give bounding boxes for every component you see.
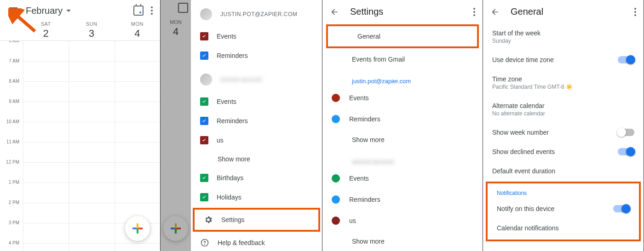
calendar-toggle-reminders[interactable]: Reminders <box>191 111 322 131</box>
hour-label: 12 PM <box>0 160 23 180</box>
calendar-toggle-events[interactable]: Events <box>191 92 322 111</box>
hour-label: 11 AM <box>0 139 23 160</box>
hour-cell[interactable] <box>115 143 160 162</box>
navigation-drawer: JUSTIN.POT@ZAPIER.COM Events Reminders s… <box>191 0 322 251</box>
hour-cell[interactable] <box>115 41 160 61</box>
checkbox-icon <box>200 193 208 201</box>
hour-row: 6 AM <box>0 41 160 61</box>
settings-button[interactable]: Settings <box>193 208 320 232</box>
settings-general[interactable]: General <box>328 26 477 46</box>
back-arrow-icon[interactable] <box>490 7 500 17</box>
checkbox-icon <box>200 136 208 144</box>
hour-cell[interactable] <box>23 122 69 142</box>
hour-cell[interactable] <box>69 62 114 81</box>
menu-icon[interactable] <box>9 5 20 16</box>
month-label: February <box>26 6 63 16</box>
calendar-toggle-birthdays[interactable]: Birthdays <box>191 168 322 188</box>
today-icon[interactable] <box>133 6 144 16</box>
hour-cell[interactable] <box>69 82 114 102</box>
checkbox-icon <box>200 174 208 182</box>
hour-cell[interactable] <box>115 122 160 142</box>
help-feedback-button[interactable]: Help & feedback <box>191 233 322 251</box>
toggle-switch[interactable] <box>618 148 634 155</box>
alternate-calendar-row[interactable]: Alternate calendar No alternate calendar <box>483 96 644 123</box>
hour-cell[interactable] <box>23 244 69 251</box>
account-header: second account <box>191 65 322 92</box>
calendar-notifications-row[interactable]: Calendar notifications <box>488 218 639 238</box>
general-title: General <box>511 6 543 17</box>
hour-cell[interactable] <box>23 183 69 203</box>
checkbox-icon <box>200 97 208 106</box>
hour-cell[interactable] <box>115 62 160 81</box>
background-strip: MON 4 <box>161 0 191 251</box>
calendar-toggle-reminders[interactable]: Reminders <box>191 46 322 65</box>
show-week-number-row[interactable]: Show week number <box>483 123 644 142</box>
hour-cell[interactable] <box>23 143 69 162</box>
more-vert-icon[interactable] <box>473 8 475 16</box>
calendar-toggle-holidays[interactable]: Holidays <box>191 188 322 207</box>
hour-cell[interactable] <box>69 244 114 251</box>
hour-cell[interactable] <box>115 183 160 203</box>
hour-cell[interactable] <box>23 203 69 223</box>
calendar-settings-us[interactable]: us <box>322 210 483 231</box>
chevron-down-icon <box>66 10 71 12</box>
hour-row: 1 PM <box>0 183 160 203</box>
hour-label: 1 PM <box>0 180 23 200</box>
month-selector[interactable]: February <box>26 6 71 16</box>
default-event-duration-row[interactable]: Default event duration <box>483 161 644 181</box>
calendar-settings-events[interactable]: Events <box>322 87 483 108</box>
settings-events-from-gmail[interactable]: Events from Gmail <box>322 49 483 69</box>
hour-cell[interactable] <box>23 102 69 122</box>
hour-cell[interactable] <box>115 163 160 183</box>
hour-label: 10 AM <box>0 119 23 139</box>
avatar <box>200 74 212 86</box>
hour-cell[interactable] <box>69 122 114 142</box>
hour-cell[interactable] <box>115 82 160 102</box>
create-event-fab[interactable] <box>125 216 150 241</box>
more-vert-icon[interactable] <box>151 6 153 15</box>
hour-label: 2 PM <box>0 200 23 220</box>
use-device-timezone-row[interactable]: Use device time zone <box>483 50 644 69</box>
calendar-settings-events[interactable]: Events <box>322 168 483 189</box>
hour-cell[interactable] <box>23 163 69 183</box>
hour-cell[interactable] <box>69 203 114 223</box>
timezone-row[interactable]: Time zone Pacific Standard Time GMT-8 ☀️ <box>483 69 644 96</box>
hour-cell[interactable] <box>23 62 69 81</box>
checkbox-icon <box>200 117 208 125</box>
show-more-button[interactable]: Show more <box>322 231 483 251</box>
checkbox-icon <box>200 32 208 40</box>
hour-cell[interactable] <box>23 82 69 102</box>
hour-cell[interactable] <box>23 41 69 61</box>
calendar-toggle-events[interactable]: Events <box>191 27 322 46</box>
toggle-switch[interactable] <box>618 129 634 136</box>
show-more-button[interactable]: Show more <box>191 150 322 168</box>
hour-cell[interactable] <box>115 102 160 122</box>
hour-cell[interactable] <box>69 41 114 61</box>
show-more-button[interactable]: Show more <box>322 130 483 150</box>
calendar-toggle-us[interactable]: us <box>191 131 322 150</box>
hour-cell[interactable] <box>115 244 160 251</box>
hour-row: 9 AM <box>0 102 160 122</box>
hour-cell[interactable] <box>69 223 114 243</box>
toggle-switch[interactable] <box>613 205 630 212</box>
hour-row: 7 AM <box>0 61 160 81</box>
hour-cell[interactable] <box>69 143 114 162</box>
hour-label: 6 AM <box>0 40 23 58</box>
hour-cell[interactable] <box>69 102 114 122</box>
calendar-settings-reminders[interactable]: Reminders <box>322 189 483 210</box>
today-icon <box>178 3 188 13</box>
start-of-week-row[interactable]: Start of the week Sunday <box>483 23 644 50</box>
hour-cell[interactable] <box>23 223 69 243</box>
show-declined-events-row[interactable]: Show declined events <box>483 142 644 161</box>
back-arrow-icon[interactable] <box>330 7 339 17</box>
more-vert-icon[interactable] <box>634 8 636 16</box>
hour-cell[interactable] <box>69 163 114 183</box>
notify-on-device-row[interactable]: Notify on this device <box>488 199 639 218</box>
hour-row: 12 PM <box>0 162 160 183</box>
calendar-settings-reminders[interactable]: Reminders <box>322 108 483 130</box>
create-event-fab <box>163 216 188 241</box>
settings-view: Settings General Events from Gmail justi… <box>322 0 483 251</box>
hour-cell[interactable] <box>69 183 114 203</box>
toggle-switch[interactable] <box>618 56 634 63</box>
notifications-section-label: Notifications <box>488 183 639 199</box>
